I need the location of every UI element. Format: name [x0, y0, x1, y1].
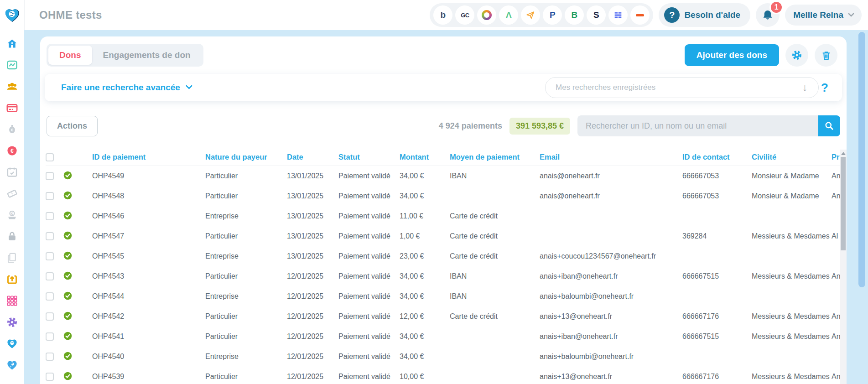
user-menu[interactable]: Mellie Reina	[785, 5, 862, 26]
search-submit-button[interactable]	[818, 115, 840, 136]
sidebar-item-security[interactable]	[5, 229, 19, 243]
column-header[interactable]: Date	[287, 153, 338, 161]
cell: OHP4539	[92, 373, 205, 381]
dash-icon[interactable]	[630, 5, 650, 25]
row-checkbox[interactable]	[46, 292, 54, 301]
sidebar-item-tickets[interactable]	[5, 187, 19, 200]
row-checkbox[interactable]	[46, 312, 54, 321]
table-row[interactable]: OHP4542Particulier12/01/2025Paiement val…	[46, 306, 840, 327]
payments-table: ID de paiementNature du payeurDateStatut…	[46, 149, 840, 384]
helloasso-icon[interactable]	[608, 5, 628, 25]
table-scrollbar[interactable]	[840, 150, 847, 384]
table-row[interactable]: OHP4540Entreprise12/01/2025Paiement vali…	[46, 347, 840, 367]
notifications-button[interactable]: 1	[756, 3, 780, 27]
row-checkbox[interactable]	[46, 272, 54, 280]
gocardless-icon[interactable]: GC	[455, 5, 474, 25]
column-header[interactable]: ID de contact	[682, 153, 752, 161]
page-scrollbar[interactable]	[856, 30, 868, 384]
brevo-icon[interactable]: B	[565, 5, 584, 25]
tab-engagements[interactable]: Engagements de don	[92, 46, 202, 65]
cell: 1,00 €	[400, 232, 450, 240]
cell: OHP4549	[92, 172, 205, 180]
sidebar-item-euro[interactable]: €	[5, 144, 19, 157]
table-toolbar: Actions 4 924 paiements 391 593,85 €	[47, 115, 840, 137]
tabs-group: Dons Engagements de don	[47, 44, 203, 67]
table-row[interactable]: OHP4547Particulier13/01/2025Paiement val…	[46, 226, 840, 246]
column-header[interactable]: Nature du payeur	[205, 153, 287, 161]
column-header[interactable]: Montant	[400, 153, 450, 161]
column-header[interactable]: Moyen de paiement	[450, 153, 540, 161]
table-row[interactable]: OHP4544Entreprise12/01/2025Paiement vali…	[46, 286, 840, 306]
table-scrollbar-thumb[interactable]	[841, 157, 846, 250]
cell: 369284	[682, 232, 752, 240]
notification-badge: 1	[769, 0, 783, 14]
advanced-search-bar: Faire une recherche avancée ↓ ?	[45, 74, 842, 101]
sidebar-item-calendar[interactable]	[5, 165, 19, 179]
page-title: OHME tests	[39, 9, 102, 21]
cell: Messieurs & Mesdames	[752, 312, 832, 321]
column-header[interactable]: Statut	[338, 153, 400, 161]
assoconnect-icon[interactable]: Λ	[499, 5, 518, 25]
sidebar-item-documents[interactable]	[5, 251, 19, 265]
table-row[interactable]: OHP4543Particulier12/01/2025Paiement val…	[46, 266, 840, 286]
column-header[interactable]: Email	[540, 153, 682, 161]
sidebar-item-payments[interactable]	[5, 101, 19, 114]
help-button[interactable]: ? Besoin d'aide	[659, 3, 750, 27]
lemonway-icon[interactable]	[477, 5, 496, 25]
cell: 13/01/2025	[287, 232, 338, 240]
paypal-icon[interactable]: P	[543, 5, 562, 25]
svg-text:€: €	[11, 127, 13, 132]
row-checkbox[interactable]	[46, 252, 54, 260]
table-row[interactable]: OHP4549Particulier13/01/2025Paiement val…	[46, 166, 840, 186]
add-donations-button[interactable]: Ajouter des dons	[685, 44, 779, 66]
tab-dons[interactable]: Dons	[48, 46, 92, 65]
ohme-logo[interactable]	[0, 6, 24, 24]
table-row[interactable]: OHP4539Particulier12/01/2025Paiement val…	[46, 367, 840, 384]
validated-icon	[63, 351, 73, 361]
row-checkbox[interactable]	[46, 373, 54, 381]
row-checkbox[interactable]	[46, 232, 54, 240]
scroll-up-arrow-icon[interactable]	[841, 152, 846, 155]
search-icon	[824, 120, 835, 131]
sidebar-item-donations-bag[interactable]: €	[5, 122, 19, 136]
validated-icon	[63, 311, 73, 321]
bridge-icon[interactable]: b	[433, 5, 452, 25]
table-row[interactable]: OHP4545Entreprise13/01/2025Paiement vali…	[46, 246, 840, 266]
cell: Carte de crédit	[450, 312, 540, 321]
cell: 34,00 €	[400, 192, 450, 200]
row-checkbox[interactable]	[46, 192, 54, 200]
page-scrollbar-thumb[interactable]	[858, 32, 865, 287]
row-checkbox[interactable]	[46, 172, 54, 180]
row-checkbox[interactable]	[46, 332, 54, 341]
cell: anais@oneheart.fr	[540, 172, 682, 180]
sidebar-item-export[interactable]	[5, 272, 19, 286]
settings-button[interactable]	[785, 44, 808, 67]
sidebar-item-ohme-rocket[interactable]	[5, 358, 19, 372]
delete-button[interactable]	[815, 44, 837, 67]
select-all-checkbox[interactable]	[46, 153, 54, 161]
table-header-row: ID de paiementNature du payeurDateStatut…	[46, 149, 840, 166]
sidebar-item-contacts[interactable]	[5, 79, 19, 93]
row-checkbox[interactable]	[46, 353, 54, 361]
saved-searches-input[interactable]	[545, 77, 819, 98]
sidebar-item-ohme-heart[interactable]	[5, 337, 19, 350]
send-plane-icon[interactable]	[521, 5, 540, 25]
stripe-icon[interactable]: S	[587, 5, 606, 25]
table-search	[577, 115, 840, 136]
column-header[interactable]: ID de paiement	[92, 153, 205, 161]
column-header[interactable]: Civilité	[752, 153, 832, 161]
sidebar-item-settings[interactable]	[5, 315, 19, 329]
table-search-input[interactable]	[577, 115, 818, 136]
table-row[interactable]: OHP4548Particulier13/01/2025Paiement val…	[46, 186, 840, 206]
sidebar-item-deposit[interactable]: €	[5, 208, 19, 222]
table-row[interactable]: OHP4541Particulier12/01/2025Paiement val…	[46, 327, 840, 347]
sidebar-item-analytics[interactable]	[5, 58, 19, 72]
advanced-search-toggle[interactable]: Faire une recherche avancée	[61, 83, 192, 93]
search-help-icon[interactable]: ?	[821, 81, 828, 95]
sidebar-item-home[interactable]	[5, 36, 19, 50]
column-header[interactable]: Pr	[832, 153, 840, 161]
table-row[interactable]: OHP4546Entreprise13/01/2025Paiement vali…	[46, 206, 840, 226]
sidebar-item-apps-grid[interactable]	[5, 294, 19, 307]
actions-button[interactable]: Actions	[47, 116, 98, 136]
row-checkbox[interactable]	[46, 212, 54, 220]
